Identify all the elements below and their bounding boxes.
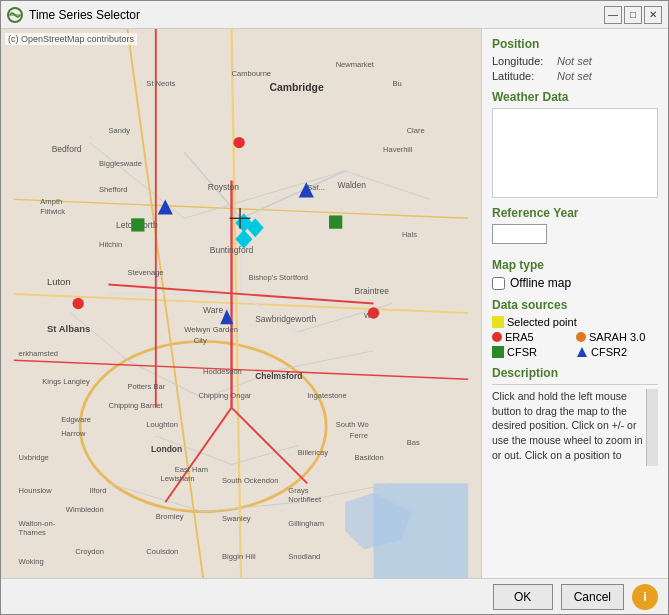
svg-text:Potters Bar: Potters Bar xyxy=(127,382,165,391)
weather-data-area xyxy=(492,108,658,198)
minimize-button[interactable]: — xyxy=(604,6,622,24)
map-type-section-title: Map type xyxy=(492,258,658,272)
map-attribution: (c) OpenStreetMap contributors xyxy=(5,33,137,45)
svg-text:Hitchin: Hitchin xyxy=(99,240,122,249)
svg-text:Grays: Grays xyxy=(288,486,308,495)
svg-text:Braintree: Braintree xyxy=(355,286,390,296)
svg-text:Newmarket: Newmarket xyxy=(336,60,375,69)
svg-text:Uxbridge: Uxbridge xyxy=(19,453,49,462)
svg-text:Snodland: Snodland xyxy=(288,552,320,561)
cfsr-item: CFSR xyxy=(492,346,572,358)
svg-text:St Neots: St Neots xyxy=(146,79,175,88)
svg-text:Chipping Ongar: Chipping Ongar xyxy=(198,391,251,400)
svg-text:Welwyn Garden: Welwyn Garden xyxy=(184,325,238,334)
svg-text:City: City xyxy=(194,336,207,345)
svg-text:Chipping Barnet: Chipping Barnet xyxy=(108,401,163,410)
svg-text:Biggin Hill: Biggin Hill xyxy=(222,552,256,561)
selected-point-icon xyxy=(492,316,504,328)
main-content: (c) OpenStreetMap contributors xyxy=(1,29,668,578)
sarah-item: SARAH 3.0 xyxy=(576,331,656,343)
svg-text:Bedford: Bedford xyxy=(52,144,82,154)
datasource-row-3: CFSR CFSR2 xyxy=(492,346,658,358)
svg-text:Chelmsford: Chelmsford xyxy=(255,371,302,381)
sarah-label: SARAH 3.0 xyxy=(589,331,645,343)
svg-text:Biggleswade: Biggleswade xyxy=(99,159,142,168)
svg-text:Hounslow: Hounslow xyxy=(19,486,53,495)
svg-text:Loughton: Loughton xyxy=(146,420,178,429)
window-icon xyxy=(7,7,23,23)
era5-item: ERA5 xyxy=(492,331,572,343)
latitude-value: Not set xyxy=(557,70,592,82)
svg-text:Walton-on-: Walton-on- xyxy=(19,519,56,528)
offline-map-label: Offline map xyxy=(510,276,571,290)
longitude-label: Longitude: xyxy=(492,55,557,67)
bottom-bar: OK Cancel i xyxy=(1,578,668,614)
description-scrollbar[interactable] xyxy=(646,389,658,466)
svg-text:Ware: Ware xyxy=(203,305,223,315)
svg-text:Gillingham: Gillingham xyxy=(288,519,324,528)
offline-map-checkbox[interactable] xyxy=(492,277,505,290)
svg-text:Bas: Bas xyxy=(407,438,420,447)
ok-button[interactable]: OK xyxy=(493,584,553,610)
svg-text:Ferre: Ferre xyxy=(350,431,368,440)
svg-text:Cambourne: Cambourne xyxy=(232,69,272,78)
datasource-row-1: Selected point xyxy=(492,316,658,328)
svg-text:Haverhill: Haverhill xyxy=(383,145,413,154)
svg-text:Lewisham: Lewisham xyxy=(161,474,195,483)
cfsr-icon xyxy=(492,346,504,358)
svg-text:London: London xyxy=(151,444,182,454)
svg-text:Wimbledon: Wimbledon xyxy=(66,505,104,514)
info-button[interactable]: i xyxy=(632,584,658,610)
ref-year-section-title: Reference Year xyxy=(492,206,658,220)
svg-marker-112 xyxy=(577,347,587,357)
era5-label: ERA5 xyxy=(505,331,534,343)
svg-point-99 xyxy=(233,137,244,148)
svg-text:Royston: Royston xyxy=(208,182,239,192)
main-window: Time Series Selector — □ ✕ (c) OpenStree… xyxy=(0,0,669,615)
svg-text:South Wo: South Wo xyxy=(336,420,369,429)
titlebar-controls: — □ ✕ xyxy=(604,6,662,24)
datasources-section: Selected point ERA5 SARAH 3.0 xyxy=(492,316,658,358)
ref-year-input[interactable] xyxy=(492,224,547,244)
description-section: Click and hold the left mouse button to … xyxy=(492,384,658,462)
cancel-button[interactable]: Cancel xyxy=(561,584,624,610)
cfsr2-icon xyxy=(576,346,588,358)
svg-text:Bu: Bu xyxy=(392,79,401,88)
cfsr2-label: CFSR2 xyxy=(591,346,627,358)
svg-text:Luton: Luton xyxy=(47,276,71,287)
selected-point-item: Selected point xyxy=(492,316,577,328)
offline-map-row: Offline map xyxy=(492,276,658,290)
maximize-button[interactable]: □ xyxy=(624,6,642,24)
close-button[interactable]: ✕ xyxy=(644,6,662,24)
right-panel: Position Longitude: Not set Latitude: No… xyxy=(481,29,668,578)
window-title: Time Series Selector xyxy=(29,8,604,22)
weather-data-section-title: Weather Data xyxy=(492,90,658,104)
svg-rect-107 xyxy=(131,218,144,231)
map-svg[interactable]: Cambridge Newmarket Bu St Neots Cambourn… xyxy=(1,29,481,578)
svg-text:Croydon: Croydon xyxy=(75,547,104,556)
svg-point-101 xyxy=(368,307,379,318)
svg-text:East Ham: East Ham xyxy=(175,465,208,474)
svg-text:Sandy: Sandy xyxy=(108,126,130,135)
svg-text:Coulsdon: Coulsdon xyxy=(146,547,178,556)
svg-text:Walden: Walden xyxy=(338,180,367,190)
longitude-value: Not set xyxy=(557,55,592,67)
longitude-row: Longitude: Not set xyxy=(492,55,658,67)
svg-rect-108 xyxy=(329,215,342,228)
panel-scroll[interactable]: Position Longitude: Not set Latitude: No… xyxy=(482,29,668,578)
svg-text:Northfleet: Northfleet xyxy=(288,495,322,504)
svg-text:Edgware: Edgware xyxy=(61,415,91,424)
map-area[interactable]: (c) OpenStreetMap contributors xyxy=(1,29,481,578)
svg-text:Kings Langley: Kings Langley xyxy=(42,377,90,386)
svg-text:Buntingford: Buntingford xyxy=(210,245,254,255)
sarah-icon xyxy=(576,332,586,342)
cfsr-label: CFSR xyxy=(507,346,537,358)
description-section-title: Description xyxy=(492,366,658,380)
svg-text:Cambridge: Cambridge xyxy=(269,82,324,93)
svg-text:South Ockendon: South Ockendon xyxy=(222,476,278,485)
latitude-row: Latitude: Not set xyxy=(492,70,658,82)
svg-text:Billericay: Billericay xyxy=(298,448,328,457)
data-sources-section-title: Data sources xyxy=(492,298,658,312)
svg-text:Ilford: Ilford xyxy=(90,486,107,495)
svg-text:Basildon: Basildon xyxy=(355,453,384,462)
